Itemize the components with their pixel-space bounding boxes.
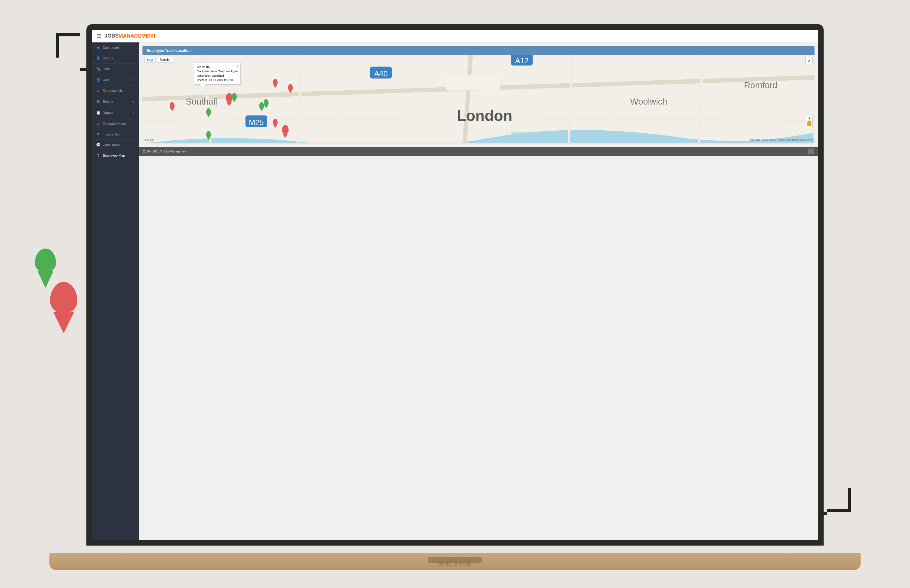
svg-rect-7 xyxy=(446,75,500,90)
report-expand-icon: + xyxy=(132,110,134,115)
sidebar-label-expenses: Expenses List xyxy=(103,89,123,92)
popup-check-in: Check In: 01-01-2018 1:05:00 xyxy=(197,78,238,82)
logo-management: MANAGEMENT xyxy=(118,33,156,39)
sidebar-item-user[interactable]: 👤 User + xyxy=(92,74,139,86)
employee-map-icon: 📍 xyxy=(96,153,100,158)
sidebar-item-expenses[interactable]: ≡ Expenses List xyxy=(92,86,139,96)
decorative-pin-green xyxy=(35,249,56,273)
user-icon: 👤 xyxy=(96,78,100,82)
dashboard-icon: ■ xyxy=(96,45,100,50)
estimate-icon: ≡ xyxy=(96,121,100,126)
sidebar-item-employee-map[interactable]: 📍 Employee Map xyxy=(92,150,139,161)
app-header: ☰ JOBSMANAGEMENT xyxy=(92,30,818,42)
sidebar-label-jobs: Jobs xyxy=(103,67,110,71)
sidebar-item-chat[interactable]: 💬 Chat Room xyxy=(92,140,139,150)
setting-icon: ⚙ xyxy=(96,99,100,103)
map-pin-red-3[interactable] xyxy=(273,79,278,86)
map-pin-red-2[interactable] xyxy=(288,84,293,90)
google-logo: Google xyxy=(144,138,154,141)
pegman-icon[interactable] xyxy=(807,120,811,126)
app-footer: 2016 - 2018 © JobsManagement. › xyxy=(139,147,818,156)
map-pin-red-5[interactable] xyxy=(273,119,278,126)
decorative-pin-red-left xyxy=(50,282,77,314)
sidebar-label-clients: Clients xyxy=(103,57,113,60)
map-footer-text: Map data ©2018 Google Terms of Use Repor… xyxy=(750,139,813,141)
expenses-icon: ≡ xyxy=(96,89,100,93)
laptop-screen: ☰ JOBSMANAGEMENT ■ Dashboard xyxy=(92,30,818,540)
sidebar-label-employee-map: Employee Map xyxy=(103,153,125,157)
sidebar-label-report: Report xyxy=(103,111,113,115)
map-pin-green-1[interactable] xyxy=(232,93,237,100)
map-panel-header: Employee Track Location xyxy=(142,46,815,55)
svg-rect-0 xyxy=(142,55,815,143)
sidebar-item-clients[interactable]: 👤 Clients xyxy=(92,53,139,64)
main-content: Employee Track Location xyxy=(139,42,818,540)
hamburger-icon[interactable]: ☰ xyxy=(97,33,101,39)
sidebar-label-estimate: Estimate Master xyxy=(103,122,127,126)
sidebar-item-jobs[interactable]: 🔧 Jobs xyxy=(92,64,139,74)
map-pin-red-4[interactable] xyxy=(170,102,175,109)
popup-job-id: Job Id: 102 xyxy=(197,65,238,69)
laptop-body: ☰ JOBSMANAGEMENT ■ Dashboard xyxy=(86,24,824,546)
map-pin-green-3[interactable] xyxy=(259,102,264,109)
setting-expand-icon: + xyxy=(132,99,134,104)
satellite-view-button[interactable]: Satellite xyxy=(157,57,173,63)
sidebar-label-setting: Setting xyxy=(103,100,113,103)
svg-text:Woolwich: Woolwich xyxy=(630,97,667,107)
map-pin-green-2[interactable] xyxy=(206,108,211,115)
clients-icon: 👤 xyxy=(96,56,100,60)
app-logo: JOBSMANAGEMENT xyxy=(105,33,156,39)
laptop-reflection xyxy=(123,555,787,564)
map-view-button[interactable]: Map xyxy=(144,57,155,63)
svg-text:M25: M25 xyxy=(249,118,264,127)
map-pin-green-4[interactable] xyxy=(264,99,268,106)
map-expand-button[interactable]: ⤢ xyxy=(805,57,813,64)
map-container: London Harrow Wembley Southall Hounslow … xyxy=(142,55,815,143)
sidebar-label-dashboard: Dashboard xyxy=(103,46,119,49)
corner-bracket-tl xyxy=(56,33,80,58)
footer-arrow[interactable]: › xyxy=(808,149,814,154)
corner-bracket-br xyxy=(827,488,851,512)
app-body: ■ Dashboard 👤 Clients 🔧 Jobs xyxy=(92,42,818,540)
map-info-popup: x Job Id: 102 Employee Name: Temp employ… xyxy=(194,63,240,84)
logo-jobs: JOBS xyxy=(105,33,118,39)
laptop: ☰ JOBSMANAGEMENT ■ Dashboard xyxy=(86,24,824,570)
fake-map: London Harrow Wembley Southall Hounslow … xyxy=(142,55,815,143)
popup-description: Description: undefined xyxy=(197,74,238,78)
svg-text:Romford: Romford xyxy=(744,80,777,90)
popup-close-button[interactable]: x xyxy=(237,64,239,69)
map-panel: Employee Track Location xyxy=(142,46,815,143)
sidebar-label-user: User xyxy=(103,78,110,82)
sidebar-label-invoice: Invoice Job xyxy=(103,132,120,136)
sidebar-item-estimate[interactable]: ≡ Estimate Master xyxy=(92,118,139,129)
map-pin-red-6[interactable] xyxy=(282,125,289,134)
map-pin-red-center[interactable] xyxy=(226,93,233,102)
svg-text:London: London xyxy=(457,107,512,124)
chat-icon: 💬 xyxy=(96,143,100,147)
map-svg: London Harrow Wembley Southall Hounslow … xyxy=(142,55,815,143)
svg-text:A12: A12 xyxy=(515,57,529,65)
footer-copyright: 2016 - 2018 © JobsManagement. xyxy=(143,150,188,153)
svg-text:A40: A40 xyxy=(374,69,388,78)
map-pin-green-5[interactable] xyxy=(206,131,211,137)
sidebar-label-chat: Chat Room xyxy=(103,143,120,147)
sidebar-item-invoice[interactable]: ≡ Invoice Job xyxy=(92,129,139,140)
sidebar-item-dashboard[interactable]: ■ Dashboard xyxy=(92,42,139,53)
sidebar: ■ Dashboard 👤 Clients 🔧 Jobs xyxy=(92,42,139,540)
report-icon: 📋 xyxy=(96,111,100,115)
svg-text:Southall: Southall xyxy=(186,97,217,107)
jobs-icon: 🔧 xyxy=(96,67,100,71)
popup-employee-name: Employee Name: Temp employee xyxy=(197,69,238,73)
sidebar-item-setting[interactable]: ⚙ Setting + xyxy=(92,96,139,107)
sidebar-item-report[interactable]: 📋 Report + xyxy=(92,107,139,118)
user-expand-icon: + xyxy=(132,77,134,82)
map-controls: Map Satellite xyxy=(144,57,173,63)
invoice-icon: ≡ xyxy=(96,132,100,136)
